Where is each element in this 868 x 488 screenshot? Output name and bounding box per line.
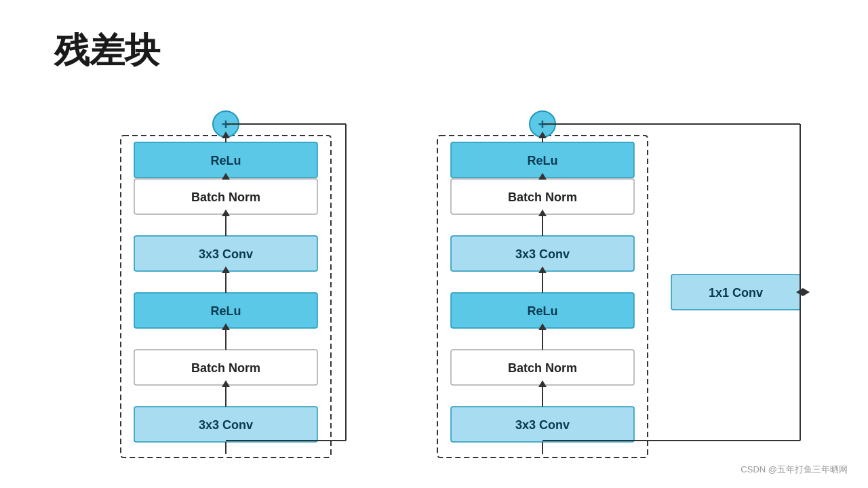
svg-text:ReLu: ReLu (211, 304, 241, 318)
svg-marker-67 (803, 288, 810, 296)
svg-text:Batch Norm: Batch Norm (191, 361, 260, 375)
svg-rect-5 (134, 293, 317, 328)
svg-marker-53 (538, 209, 547, 216)
svg-text:ReLu: ReLu (211, 154, 241, 167)
svg-text:Batch Norm: Batch Norm (508, 190, 577, 204)
svg-rect-40 (451, 179, 634, 214)
svg-rect-36 (451, 293, 634, 328)
svg-marker-22 (222, 209, 230, 216)
svg-rect-3 (134, 350, 317, 385)
svg-rect-38 (451, 236, 634, 271)
svg-marker-18 (222, 323, 230, 330)
svg-rect-11 (134, 142, 317, 178)
svg-text:3x3 Conv: 3x3 Conv (199, 418, 253, 432)
page-title: 残差块 (54, 27, 160, 75)
svg-text:3x3 Conv: 3x3 Conv (515, 247, 570, 261)
svg-rect-9 (134, 179, 317, 214)
svg-rect-31 (437, 136, 648, 458)
svg-marker-20 (222, 266, 230, 273)
svg-point-13 (213, 111, 239, 137)
svg-rect-42 (451, 142, 634, 178)
svg-text:+: + (538, 116, 547, 133)
svg-marker-51 (538, 266, 547, 273)
svg-point-44 (530, 111, 555, 137)
svg-rect-0 (121, 136, 331, 458)
svg-marker-69 (796, 288, 803, 296)
svg-rect-7 (134, 236, 317, 271)
svg-text:ReLu: ReLu (528, 154, 558, 167)
watermark: CSDN @五年打鱼三年晒网 (741, 464, 848, 476)
svg-rect-32 (451, 407, 634, 442)
svg-marker-47 (538, 380, 547, 387)
svg-marker-55 (538, 173, 547, 180)
svg-marker-26 (222, 131, 230, 138)
svg-marker-57 (538, 131, 547, 138)
svg-rect-1 (134, 407, 317, 442)
svg-text:ReLu: ReLu (528, 304, 558, 318)
svg-text:+: + (222, 116, 231, 133)
svg-text:1x1 Conv: 1x1 Conv (709, 286, 763, 300)
svg-marker-49 (538, 323, 547, 330)
svg-text:Batch Norm: Batch Norm (191, 190, 260, 204)
svg-rect-34 (451, 350, 634, 385)
svg-text:Batch Norm: Batch Norm (508, 361, 577, 375)
svg-rect-58 (671, 274, 800, 310)
svg-text:3x3 Conv: 3x3 Conv (515, 418, 570, 432)
svg-marker-16 (222, 380, 230, 387)
svg-text:3x3 Conv: 3x3 Conv (199, 247, 253, 261)
svg-marker-24 (222, 173, 230, 180)
